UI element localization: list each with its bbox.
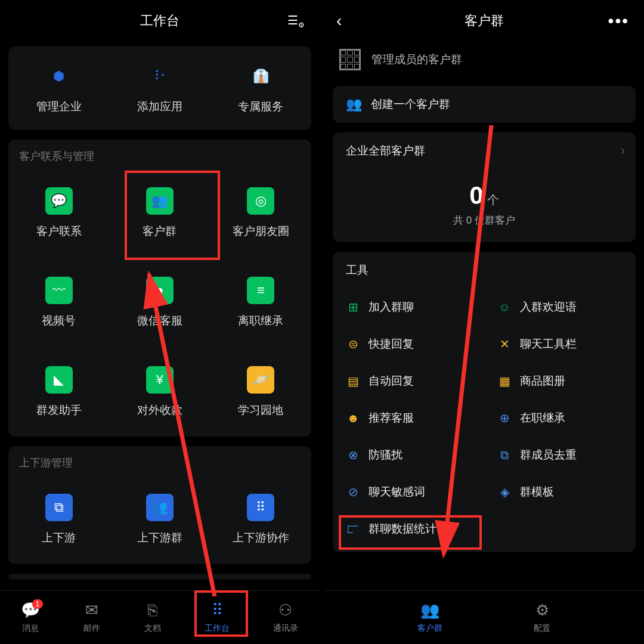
tool-label: 入群欢迎语 xyxy=(520,299,577,315)
tool-群聊数据统计[interactable]: ⫍群聊数据统计 xyxy=(333,510,484,547)
tool-icon: ◈ xyxy=(497,485,512,499)
nav-通讯录[interactable]: ⚇通讯录 xyxy=(273,602,298,634)
section-title: 客户联系与管理 xyxy=(8,140,311,168)
nav-label: 配置 xyxy=(534,623,550,634)
cell-label: 上下游群 xyxy=(137,530,182,546)
tool-加入群聊[interactable]: ⊞加入群聊 xyxy=(333,289,484,326)
tool-icon: ▦ xyxy=(497,374,512,388)
section-upstream: 上下游管理 ⧉上下游👥上下游群⠿上下游协作 xyxy=(8,446,311,564)
app-cell[interactable]: 〰视频号 xyxy=(8,258,109,347)
tool-icon: ⧉ xyxy=(497,448,512,462)
cell-label: 上下游 xyxy=(42,530,76,546)
app-cell[interactable]: 👔专属服务 xyxy=(210,47,311,130)
settings-icon[interactable]: ☰⚙ xyxy=(287,13,305,29)
nav-工作台[interactable]: ⠿工作台 xyxy=(205,602,230,634)
tool-聊天敏感词[interactable]: ⊘聊天敏感词 xyxy=(333,473,484,510)
cell-label: 群发助手 xyxy=(36,402,82,418)
section-title: 上下游管理 xyxy=(8,446,311,475)
tool-label: 群聊数据统计 xyxy=(369,521,436,537)
cell-label: 上下游协作 xyxy=(233,530,289,546)
app-cell[interactable]: 👥上下游群 xyxy=(109,475,210,564)
stat-block: 0 个 共 0 位群客户 xyxy=(333,169,636,242)
nav-icon: ⚇ xyxy=(277,602,295,620)
tool-label: 在职继承 xyxy=(520,410,565,426)
cell-label: 视频号 xyxy=(42,313,76,329)
添加应用-icon: ⠸⠂ xyxy=(146,63,174,90)
tool-icon: ▤ xyxy=(346,374,360,388)
nav-文档[interactable]: ⎘文档 xyxy=(144,602,162,634)
tool-label: 聊天敏感词 xyxy=(369,484,425,500)
tool-label: 聊天工具栏 xyxy=(520,336,577,352)
tool-防骚扰[interactable]: ⊗防骚扰 xyxy=(333,436,484,473)
nav-配置[interactable]: ⚙配置 xyxy=(533,602,551,634)
all-groups-row[interactable]: 企业全部客户群 › xyxy=(333,132,636,169)
create-group-row[interactable]: 👥 创建一个客户群 xyxy=(333,86,636,123)
tool-label: 加入群聊 xyxy=(369,299,414,315)
tool-群成员去重[interactable]: ⧉群成员去重 xyxy=(484,436,636,473)
tool-自动回复[interactable]: ▤自动回复 xyxy=(333,363,484,400)
tool-label: 商品图册 xyxy=(520,373,565,389)
nav-label: 客户群 xyxy=(417,623,442,634)
app-cell[interactable]: ⠿上下游协作 xyxy=(210,475,311,564)
app-cell[interactable]: 🪐学习园地 xyxy=(210,347,311,436)
badge: 1 xyxy=(32,599,44,609)
tool-快捷回复[interactable]: ⊜快捷回复 xyxy=(333,326,484,363)
tool-在职继承[interactable]: ⊕在职继承 xyxy=(484,400,636,436)
nav-icon: ✉ xyxy=(83,602,101,620)
create-label: 创建一个客户群 xyxy=(371,97,450,112)
tool-icon: ✕ xyxy=(497,337,512,351)
app-cell[interactable]: ⧉上下游 xyxy=(8,475,109,564)
app-cell[interactable]: ●微信客服 xyxy=(109,258,210,347)
tool-label: 快捷回复 xyxy=(369,336,414,352)
tool-商品图册[interactable]: ▦商品图册 xyxy=(484,363,636,400)
tool-icon: ⊕ xyxy=(497,411,512,425)
cell-label: 微信客服 xyxy=(137,313,182,329)
more-icon[interactable]: ••• xyxy=(608,11,629,30)
cell-label: 客户联系 xyxy=(36,224,82,239)
app-cell[interactable]: ◎客户朋友圈 xyxy=(210,168,311,258)
tool-label: 防骚扰 xyxy=(369,447,402,463)
cell-label: 离职继承 xyxy=(238,313,283,329)
manage-members-row[interactable]: 管理成员的客户群 xyxy=(324,42,644,81)
tool-入群欢迎语[interactable]: ☺入群欢迎语 xyxy=(484,289,636,326)
tool-label: 自动回复 xyxy=(369,373,414,389)
tool-群模板[interactable]: ◈群模板 xyxy=(484,473,636,510)
app-cell[interactable]: ⬢管理企业 xyxy=(8,47,109,130)
app-cell[interactable]: ◣群发助手 xyxy=(8,347,109,436)
cell-label: 管理企业 xyxy=(36,99,82,114)
nav-icon: ⎘ xyxy=(144,602,162,620)
cell-label: 客户朋友圈 xyxy=(233,224,289,239)
上下游-icon: ⧉ xyxy=(45,494,73,521)
app-cell[interactable]: ≡离职继承 xyxy=(210,258,311,347)
tool-icon: ⊞ xyxy=(346,300,360,314)
tool-label: 推荐客服 xyxy=(369,410,414,426)
cell-label: 客户群 xyxy=(143,224,177,239)
nav-客户群[interactable]: 👥客户群 xyxy=(417,602,442,634)
nav-邮件[interactable]: ✉邮件 xyxy=(83,602,101,634)
count-unit: 个 xyxy=(487,192,499,208)
群发助手-icon: ◣ xyxy=(45,366,73,394)
app-cell[interactable]: 💬客户联系 xyxy=(8,168,109,258)
tool-icon: ☺ xyxy=(497,300,512,314)
cell-label: 学习园地 xyxy=(238,402,283,418)
上下游群-icon: 👥 xyxy=(146,494,174,521)
back-icon[interactable]: ‹ xyxy=(336,11,342,30)
微信客服-icon: ● xyxy=(146,277,174,304)
tool-icon: ⊗ xyxy=(346,448,360,462)
nav-label: 通讯录 xyxy=(273,623,298,634)
nav-icon: ⚙ xyxy=(533,602,551,620)
card-stub xyxy=(8,574,311,580)
app-cell[interactable]: ¥对外收款 xyxy=(109,347,210,436)
nav-消息[interactable]: 💬消息1 xyxy=(21,602,39,634)
客户群-icon: 👥 xyxy=(146,187,174,215)
nav-label: 工作台 xyxy=(205,623,230,634)
nav-label: 文档 xyxy=(144,623,161,634)
bottom-nav-right: 👥客户群⚙配置 xyxy=(324,590,644,644)
count-value: 0 xyxy=(469,181,483,210)
tool-icon: ⊜ xyxy=(346,337,360,351)
app-cell[interactable]: 👥客户群 xyxy=(109,168,210,258)
nav-label: 消息 xyxy=(22,623,39,634)
tool-推荐客服[interactable]: ☻推荐客服 xyxy=(333,400,484,436)
app-cell[interactable]: ⠸⠂添加应用 xyxy=(109,47,210,130)
tool-聊天工具栏[interactable]: ✕聊天工具栏 xyxy=(484,326,636,363)
